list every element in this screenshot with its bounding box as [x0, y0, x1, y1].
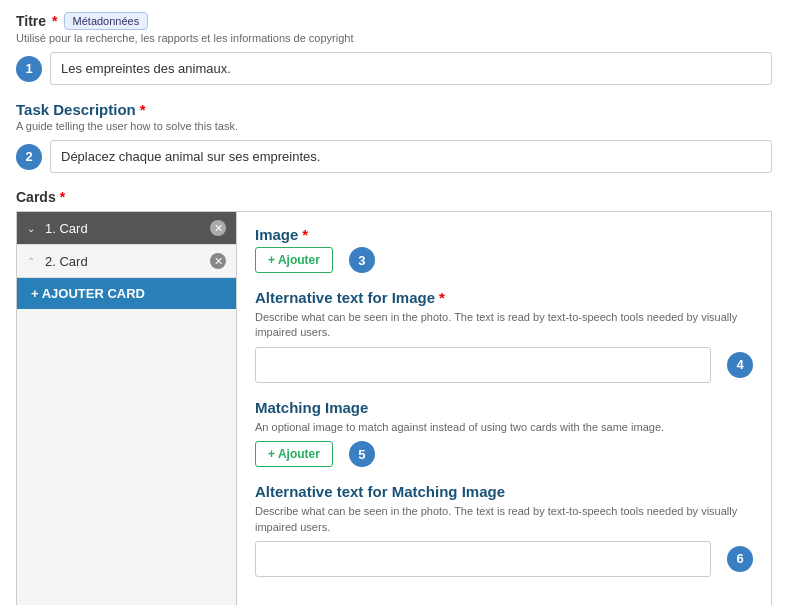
alt-text-matching-image-desc: Describe what can be seen in the photo. …	[255, 504, 753, 535]
task-description-section: Task Description * A guide telling the u…	[16, 101, 772, 173]
matching-image-label-text: Matching Image	[255, 399, 368, 416]
add-card-button[interactable]: + AJOUTER CARD	[17, 278, 236, 309]
alt-text-matching-image-label: Alternative text for Matching Image	[255, 483, 753, 500]
alt-text-image-input[interactable]	[255, 347, 711, 383]
card-1-close[interactable]: ✕	[210, 220, 226, 236]
image-field-section: Image * + Ajouter 3	[255, 226, 753, 273]
task-description-input[interactable]	[50, 140, 772, 173]
image-required: *	[302, 226, 308, 243]
titre-subtitle: Utilisé pour la recherche, les rapports …	[16, 32, 772, 44]
card-1-arrow: ⌄	[27, 223, 35, 234]
titre-label: Titre * Métadonnées	[16, 12, 772, 30]
step-4-badge: 4	[727, 352, 753, 378]
cards-label-row: Cards *	[16, 189, 772, 205]
step-6-badge: 6	[727, 546, 753, 572]
image-field-label: Image *	[255, 226, 753, 243]
step-1-circle: 1	[16, 56, 42, 82]
card-2-close[interactable]: ✕	[210, 253, 226, 269]
image-add-button[interactable]: + Ajouter	[255, 247, 333, 273]
metadata-badge[interactable]: Métadonnées	[64, 12, 149, 30]
cards-required: *	[60, 189, 65, 205]
card-item-2[interactable]: ⌃ 2. Card ✕	[17, 245, 236, 278]
titre-required: *	[52, 13, 57, 29]
image-label-text: Image	[255, 226, 298, 243]
titre-input[interactable]	[50, 52, 772, 85]
titre-text: Titre	[16, 13, 46, 29]
card-1-label: 1. Card	[45, 221, 88, 236]
card-item-1[interactable]: ⌄ 1. Card ✕	[17, 212, 236, 245]
card-detail: Image * + Ajouter 3 Alternative text for…	[237, 212, 771, 605]
task-description-required: *	[140, 101, 146, 118]
step-5-badge: 5	[349, 441, 375, 467]
titre-section: Titre * Métadonnées Utilisé pour la rech…	[16, 12, 772, 85]
step-3-badge: 3	[349, 247, 375, 273]
alt-text-image-required: *	[439, 289, 445, 306]
alt-text-matching-image-input[interactable]	[255, 541, 711, 577]
task-description-input-row: 2	[16, 140, 772, 173]
card-2-label: 2. Card	[45, 254, 88, 269]
matching-image-label: Matching Image	[255, 399, 753, 416]
matching-image-desc: An optional image to match against inste…	[255, 420, 753, 435]
alt-text-image-label: Alternative text for Image *	[255, 289, 753, 306]
alt-text-matching-image-label-text: Alternative text for Matching Image	[255, 483, 505, 500]
matching-image-section: Matching Image An optional image to matc…	[255, 399, 753, 467]
card-2-arrow: ⌃	[27, 256, 35, 267]
alt-text-image-desc: Describe what can be seen in the photo. …	[255, 310, 753, 341]
card-list: ⌄ 1. Card ✕ ⌃ 2. Card ✕ + AJOUTER CARD	[17, 212, 237, 605]
task-description-label: Task Description *	[16, 101, 772, 118]
alt-text-image-label-text: Alternative text for Image	[255, 289, 435, 306]
titre-input-row: 1	[16, 52, 772, 85]
cards-container: ⌄ 1. Card ✕ ⌃ 2. Card ✕ + AJOUTER CARD I…	[16, 211, 772, 605]
cards-label: Cards	[16, 189, 56, 205]
alt-text-matching-image-section: Alternative text for Matching Image Desc…	[255, 483, 753, 577]
matching-image-add-button[interactable]: + Ajouter	[255, 441, 333, 467]
task-description-text: Task Description	[16, 101, 136, 118]
alt-text-image-section: Alternative text for Image * Describe wh…	[255, 289, 753, 383]
step-2-circle: 2	[16, 144, 42, 170]
task-description-subtitle: A guide telling the user how to solve th…	[16, 120, 772, 132]
